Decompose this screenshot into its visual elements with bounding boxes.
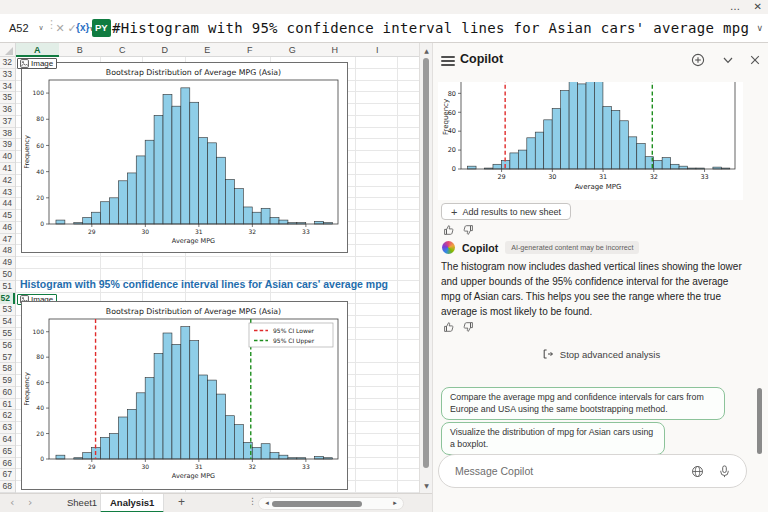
row-header-34[interactable]: 34: [0, 81, 15, 93]
thumbs-up-icon[interactable]: [443, 224, 455, 236]
row-header-43[interactable]: 43: [0, 187, 15, 199]
row-header-37[interactable]: 37: [0, 116, 15, 128]
column-header-F[interactable]: F: [229, 43, 272, 57]
chevron-down-icon[interactable]: [721, 53, 735, 67]
svg-text:30: 30: [548, 173, 556, 181]
row-header-35[interactable]: 35: [0, 92, 15, 104]
grid-horizontal-scrollbar[interactable]: ◂ ▸: [258, 497, 404, 510]
tab-nav-right-icon[interactable]: ›: [28, 494, 32, 512]
column-header-H[interactable]: H: [314, 43, 357, 57]
row-header-51[interactable]: 51: [0, 281, 15, 293]
python-mode-badge[interactable]: PY: [92, 19, 111, 37]
window-more-icon[interactable]: …: [730, 0, 740, 14]
select-all-corner[interactable]: [0, 43, 16, 57]
svg-text:20: 20: [448, 146, 456, 154]
stop-advanced-analysis-button[interactable]: Stop advanced analysis: [433, 348, 768, 360]
row-header-54[interactable]: 54: [0, 316, 15, 328]
row-header-47[interactable]: 47: [0, 234, 15, 246]
row-header-32[interactable]: 32: [0, 57, 15, 69]
copilot-pane-scrollbar-thumb[interactable]: [757, 388, 762, 454]
column-header-C[interactable]: C: [101, 43, 144, 57]
globe-icon[interactable]: [691, 465, 704, 478]
copilot-pane-title: Copilot: [460, 52, 503, 66]
message-copilot-input[interactable]: [455, 456, 665, 486]
svg-text:31: 31: [599, 173, 607, 181]
row-header-65[interactable]: 65: [0, 446, 15, 458]
svg-text:20: 20: [36, 194, 44, 201]
row-header-58[interactable]: 58: [0, 363, 15, 375]
row-header-68[interactable]: 68: [0, 481, 15, 493]
scroll-right-icon[interactable]: ▸: [389, 498, 401, 509]
row-header-48[interactable]: 48: [0, 245, 15, 257]
tab-nav-left-icon[interactable]: ‹: [10, 494, 14, 512]
grid-vertical-scrollbar[interactable]: ▲ ▼: [419, 43, 432, 493]
column-header-I[interactable]: I: [356, 43, 399, 57]
row-header-36[interactable]: 36: [0, 104, 15, 116]
new-chat-icon[interactable]: [691, 53, 705, 67]
image-chip-label: Image: [31, 59, 53, 68]
thumbs-up-icon[interactable]: [443, 321, 455, 333]
column-header-E[interactable]: E: [186, 43, 229, 57]
histogram-chart: 0204060801002930313233Average MPGFrequen…: [22, 302, 347, 489]
row-header-60[interactable]: 60: [0, 387, 15, 399]
formula-input[interactable]: #Histogram with 95% confidence interval …: [112, 14, 749, 43]
thumbs-down-icon[interactable]: [462, 321, 474, 333]
row-header-33[interactable]: 33: [0, 69, 15, 81]
embedded-chart-image-2[interactable]: 0204060801002930313233Average MPGFrequen…: [21, 301, 348, 490]
row-header-46[interactable]: 46: [0, 222, 15, 234]
row-header-52[interactable]: 52: [0, 293, 15, 305]
svg-text:Frequency: Frequency: [23, 372, 31, 406]
row-header-41[interactable]: 41: [0, 163, 15, 175]
row-header-42[interactable]: 42: [0, 175, 15, 187]
close-icon[interactable]: [748, 53, 762, 67]
column-header-B[interactable]: B: [59, 43, 102, 57]
row-header-64[interactable]: 64: [0, 434, 15, 446]
scrollbar-thumb[interactable]: [423, 58, 429, 468]
row-header-45[interactable]: 45: [0, 210, 15, 222]
svg-text:33: 33: [302, 463, 310, 470]
copilot-result-chart[interactable]: 0204060801002930313233Average MPGFrequen…: [438, 82, 743, 200]
python-image-chip-row32[interactable]: Image: [17, 58, 57, 69]
image-icon: [20, 59, 29, 68]
tab-overflow-grip-icon[interactable]: ⋮: [248, 496, 257, 506]
menu-icon[interactable]: [441, 56, 455, 66]
column-header-D[interactable]: D: [144, 43, 187, 57]
row-header-44[interactable]: 44: [0, 198, 15, 210]
copilot-input-box: [438, 454, 747, 488]
row-header-38[interactable]: 38: [0, 128, 15, 140]
formula-bar: A52 ∨ ⋮ ✕ ✓ {x}∨ PY #Histogram with 95% …: [0, 14, 768, 43]
scrollbar-thumb[interactable]: [272, 501, 362, 507]
add-sheet-button[interactable]: +: [178, 494, 185, 512]
row-header-57[interactable]: 57: [0, 352, 15, 364]
suggestion-chip-1[interactable]: Compare the average mpg and confidence i…: [441, 387, 725, 420]
row-header-40[interactable]: 40: [0, 151, 15, 163]
svg-text:30: 30: [142, 463, 150, 470]
row-header-61[interactable]: 61: [0, 399, 15, 411]
row-header-62[interactable]: 62: [0, 410, 15, 422]
sheet-tab-analysis1[interactable]: Analysis1: [100, 494, 164, 512]
chevron-down-icon[interactable]: ∨: [39, 24, 44, 32]
column-header-G[interactable]: G: [271, 43, 314, 57]
row-header-50[interactable]: 50: [0, 269, 15, 281]
formula-expand-chevron-icon[interactable]: ∨: [756, 14, 763, 43]
row-header-67[interactable]: 67: [0, 469, 15, 481]
microphone-icon[interactable]: [718, 465, 731, 478]
row-header-56[interactable]: 56: [0, 340, 15, 352]
svg-text:29: 29: [497, 173, 505, 181]
sheet-tab-sheet1[interactable]: Sheet1: [58, 494, 106, 512]
row-header-39[interactable]: 39: [0, 139, 15, 151]
row-header-59[interactable]: 59: [0, 375, 15, 387]
copilot-pane: Copilot 0204060801002930313233Average MP…: [432, 43, 768, 512]
window-close-icon[interactable]: ✕: [754, 0, 762, 14]
thumbs-down-icon[interactable]: [462, 224, 474, 236]
row-header-66[interactable]: 66: [0, 458, 15, 470]
add-results-button[interactable]: + Add results to new sheet: [441, 203, 571, 220]
row-header-63[interactable]: 63: [0, 422, 15, 434]
row-header-53[interactable]: 53: [0, 304, 15, 316]
svg-text:Average MPG: Average MPG: [172, 472, 215, 480]
suggestion-chip-2[interactable]: Visualize the distribution of mpg for As…: [441, 422, 665, 455]
row-header-55[interactable]: 55: [0, 328, 15, 340]
row-header-49[interactable]: 49: [0, 257, 15, 269]
column-header-A[interactable]: A: [16, 43, 59, 57]
embedded-chart-image-1[interactable]: 0204060801002930313233Average MPGFrequen…: [21, 62, 348, 253]
